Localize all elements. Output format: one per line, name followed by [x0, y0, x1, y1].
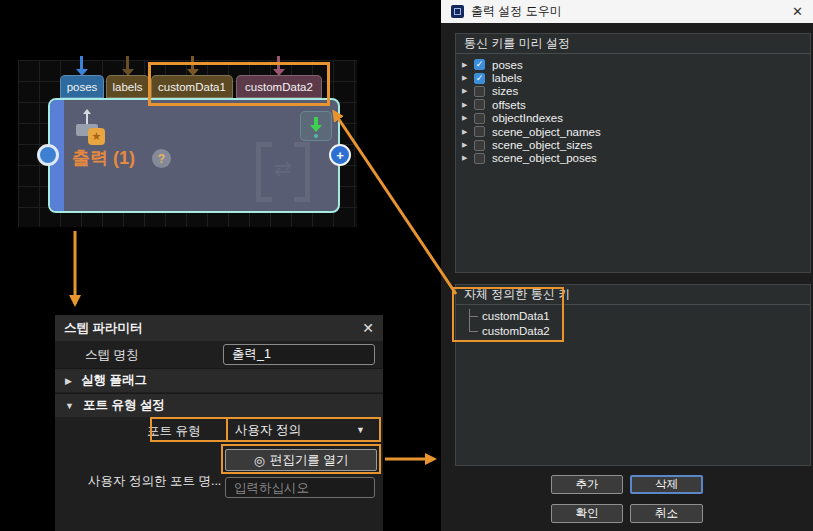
port-tab-labels[interactable]: labels [106, 75, 149, 98]
step-parameter-panel: 스텝 파라미터 ✕ 스텝 명칭 ▶ 실행 플래그 ▼ 포트 유형 설정 포트 유… [55, 315, 383, 531]
tree-row-scene-object-names[interactable]: ▶ scene_object_names [456, 125, 810, 138]
panel-close-icon[interactable]: ✕ [362, 320, 374, 336]
dialog-title: 출력 설정 도우미 [471, 3, 562, 20]
delete-button[interactable]: 삭제 [630, 475, 703, 494]
checkbox-labels[interactable]: ✓ [474, 73, 485, 84]
tree-label: offsets [492, 99, 526, 111]
panel-title: 스텝 파라미터 [64, 320, 142, 337]
star-badge-icon: ★ [88, 128, 105, 145]
dialog-close-icon[interactable]: ✕ [792, 4, 803, 19]
checkbox-scene-object-poses[interactable] [474, 153, 485, 164]
tree-branch-tick [469, 331, 478, 332]
preset-keys-groupbox: 통신 키를 미리 설정 ▶ ✓ poses ▶ ✓ labels ▶ sizes… [455, 33, 811, 273]
help-glyph: ? [158, 152, 165, 166]
port-type-dropdown[interactable]: 사용자 정의 ▼ [227, 420, 373, 440]
tree-row-poses[interactable]: ▶ ✓ poses [456, 58, 810, 71]
tree-label: scene_object_sizes [492, 139, 592, 151]
custom-port-name-input[interactable] [225, 477, 375, 498]
section-exec-flags[interactable]: ▶ 실행 플래그 [55, 368, 383, 392]
dropdown-caret-icon: ▼ [356, 425, 365, 435]
step-name-row: 스텝 명칭 [55, 341, 383, 367]
tree-label: sizes [492, 85, 518, 97]
add-button-label: 추가 [576, 477, 599, 492]
download-arrow-icon[interactable] [300, 111, 332, 141]
add-button[interactable]: 추가 [551, 475, 623, 494]
node-input-port[interactable] [37, 144, 59, 166]
cancel-button[interactable]: 취소 [630, 504, 703, 523]
ok-button-label: 확인 [576, 506, 599, 521]
node-title: 출력 (1) [72, 146, 135, 170]
checkbox-scene-object-names[interactable] [474, 126, 485, 137]
port-tab-poses[interactable]: poses [60, 75, 104, 98]
tree-label: labels [492, 72, 522, 84]
port-tab-poses-label: poses [67, 81, 98, 93]
open-editor-button[interactable]: ◎ 편집기를 열기 [225, 449, 377, 471]
tree-row-offsets[interactable]: ▶ offsets [456, 98, 810, 111]
checkbox-poses[interactable]: ✓ [474, 59, 485, 70]
ok-button[interactable]: 확인 [551, 504, 623, 523]
checkbox-scene-object-sizes[interactable] [474, 140, 485, 151]
custom-keys-groupbox: 자체 정의한 통신 키 customData1 customData2 [455, 284, 811, 466]
step-name-label: 스텝 명칭 [85, 347, 138, 364]
port-tab-customdata2-label: customData2 [245, 81, 313, 93]
check-icon: ✓ [476, 74, 484, 83]
tree-label: scene_object_names [492, 126, 601, 138]
plus-icon: + [336, 149, 344, 162]
custom-keys-title: 자체 정의한 통신 키 [464, 286, 570, 303]
row-caret-icon: ▶ [462, 74, 474, 82]
node-add-port-button[interactable]: + [329, 144, 351, 166]
tree-label: scene_object_poses [492, 152, 597, 164]
open-editor-label: 편집기를 열기 [270, 452, 348, 469]
section-exec-flags-label: 실행 플래그 [81, 372, 147, 389]
port-arrow-customdata2 [277, 56, 280, 69]
port-arrow-poses [80, 56, 83, 69]
row-caret-icon: ▶ [462, 141, 474, 149]
tree-row-scene-object-poses[interactable]: ▶ scene_object_poses [456, 152, 810, 165]
tree-row-labels[interactable]: ▶ ✓ labels [456, 71, 810, 84]
row-caret-icon: ▶ [462, 101, 474, 109]
watermark-swap-glyph: ⇄ [256, 156, 310, 182]
port-arrow-customdata1 [191, 56, 194, 69]
port-type-label: 포트 유형 [147, 423, 200, 440]
delete-button-label: 삭제 [655, 477, 678, 492]
port-tab-customdata1-label: customData1 [158, 81, 226, 93]
port-tab-customdata1[interactable]: customData1 [151, 75, 233, 98]
step-name-input[interactable] [223, 344, 375, 365]
section-port-type-settings[interactable]: ▼ 포트 유형 설정 [55, 393, 383, 417]
help-badge[interactable]: ? [152, 149, 171, 168]
download-arrow-head [310, 125, 322, 132]
row-caret-icon: ▶ [462, 87, 474, 95]
tree-label: objectIndexes [492, 112, 563, 124]
output-step-icon-arrowhead [83, 109, 91, 114]
download-arrow-dot [314, 134, 318, 138]
swap-watermark-icon: ⇄ [256, 142, 310, 202]
expanded-caret-icon: ▼ [65, 401, 74, 411]
collapsed-caret-icon: ▶ [65, 376, 72, 386]
output-step-node[interactable]: ★ 출력 (1) ? ⇄ [48, 98, 340, 213]
port-tab-labels-label: labels [112, 81, 142, 93]
screenshot-root: poses labels customData1 customData2 ★ 출… [0, 0, 813, 531]
preset-keys-tree: ▶ ✓ poses ▶ ✓ labels ▶ sizes ▶ offsets ▶ [456, 54, 810, 165]
tree-row-sizes[interactable]: ▶ sizes [456, 85, 810, 98]
section-port-type-label: 포트 유형 설정 [83, 397, 165, 414]
editor-icon: ◎ [254, 453, 265, 468]
checkbox-offsets[interactable] [474, 99, 485, 110]
tree-label: poses [492, 59, 523, 71]
tree-row-objectindexes[interactable]: ▶ objectIndexes [456, 112, 810, 125]
custom-key-customdata1[interactable]: customData1 [482, 310, 550, 322]
output-step-icon-arrow [86, 113, 88, 124]
dialog-titlebar: 출력 설정 도우미 ✕ [441, 0, 813, 23]
app-logo-icon [451, 5, 464, 18]
preset-keys-header: 통신 키를 미리 설정 [456, 34, 810, 54]
check-icon: ✓ [476, 60, 484, 69]
tree-branch-line [469, 309, 470, 332]
port-arrow-labels [126, 56, 129, 69]
checkbox-objectindexes[interactable] [474, 113, 485, 124]
panel-header: 스텝 파라미터 ✕ [55, 315, 383, 341]
custom-key-customdata2[interactable]: customData2 [482, 325, 550, 337]
star-glyph: ★ [92, 130, 102, 143]
port-tab-customdata2[interactable]: customData2 [236, 75, 322, 98]
tree-row-scene-object-sizes[interactable]: ▶ scene_object_sizes [456, 138, 810, 151]
checkbox-sizes[interactable] [474, 86, 485, 97]
row-caret-icon: ▶ [462, 154, 474, 162]
